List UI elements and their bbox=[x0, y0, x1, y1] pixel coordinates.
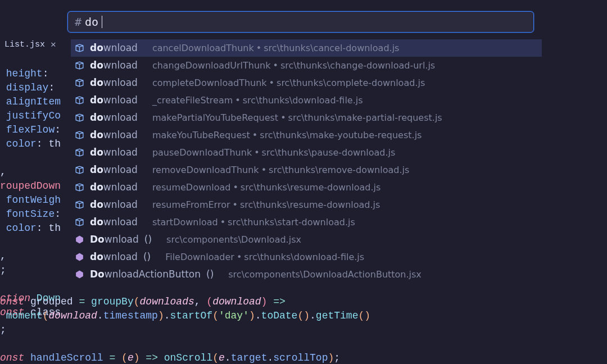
symbol-icon bbox=[74, 61, 84, 70]
class-icon bbox=[74, 252, 84, 262]
suggestion-detail: completeDownloadThunk•src\thunks\complet… bbox=[152, 74, 425, 92]
command-palette-input[interactable]: # do bbox=[67, 11, 534, 33]
suggestion-term: download bbox=[90, 248, 138, 266]
suggestion-item[interactable]: downloadresumeFromError•src\thunks\resum… bbox=[71, 196, 542, 213]
suggestion-detail: pauseDownloadThunk•src\thunks\pause-down… bbox=[152, 144, 395, 161]
symbol-icon bbox=[74, 217, 84, 227]
suggestion-detail: startDownload•src\thunks\start-download.… bbox=[152, 213, 355, 231]
suggestion-item[interactable]: download()FileDownloader•src\thunks\down… bbox=[71, 248, 542, 266]
suggestion-detail: src\components\DownloadActionButton.jsx bbox=[228, 266, 422, 283]
search-value: do bbox=[85, 15, 98, 29]
suggestion-item[interactable]: Download()src\components\Download.jsx bbox=[71, 231, 542, 248]
suggestion-parens: () bbox=[143, 248, 151, 266]
editor-code-lower: onst grouped = groupBy(downloads, (downl… bbox=[0, 295, 370, 364]
suggestion-detail: resumeDownload•src\thunks\resume-downloa… bbox=[152, 179, 380, 196]
editor-tab[interactable]: List.jsx ✕ bbox=[1, 37, 60, 52]
suggestion-term: download bbox=[90, 196, 138, 213]
suggestion-term: download bbox=[90, 213, 138, 231]
suggestion-detail: src\components\Download.jsx bbox=[166, 231, 301, 248]
tab-filename: List.jsx bbox=[4, 40, 45, 49]
suggestion-term: download bbox=[90, 179, 138, 196]
suggestion-detail: removeDownloadThunk•src\thunks\remove-do… bbox=[152, 161, 409, 179]
suggestion-item[interactable]: downloadcancelDownloadThunk•src\thunks\c… bbox=[71, 39, 542, 57]
symbol-icon bbox=[74, 95, 84, 105]
class-icon bbox=[74, 235, 84, 244]
suggestion-item[interactable]: downloadchangeDownloadUrlThunk•src\thunk… bbox=[71, 57, 542, 74]
tab-bar: List.jsx ✕ bbox=[0, 37, 60, 52]
symbol-icon bbox=[74, 165, 84, 175]
suggestion-detail: makePartialYouTubeRequest•src\thunks\mak… bbox=[152, 109, 442, 126]
suggestion-term: download bbox=[90, 109, 138, 126]
symbol-icon bbox=[74, 183, 84, 192]
suggestion-detail: resumeFromError•src\thunks\resume-downlo… bbox=[152, 196, 380, 213]
suggestion-term: DownloadActionButton bbox=[90, 266, 201, 283]
suggestion-term: download bbox=[90, 92, 138, 109]
suggestion-term: download bbox=[90, 57, 138, 74]
suggestion-item[interactable]: download_createFileStream•src\thunks\dow… bbox=[71, 92, 542, 109]
symbol-icon bbox=[74, 130, 84, 140]
suggestion-term: download bbox=[90, 144, 138, 161]
suggestion-detail: FileDownloader•src\thunks\download-file.… bbox=[165, 248, 364, 266]
suggestion-detail: makeYouTubeRequest•src\thunks\make-youtu… bbox=[152, 126, 422, 144]
text-cursor bbox=[102, 16, 102, 28]
suggestion-item[interactable]: downloadresumeDownload•src\thunks\resume… bbox=[71, 179, 542, 196]
suggestion-parens: () bbox=[144, 231, 152, 248]
suggestion-item[interactable]: downloadremoveDownloadThunk•src\thunks\r… bbox=[71, 161, 542, 179]
suggestion-item[interactable]: downloadmakeYouTubeRequest•src\thunks\ma… bbox=[71, 126, 542, 144]
close-icon[interactable]: ✕ bbox=[51, 39, 56, 50]
symbol-icon bbox=[74, 43, 84, 53]
suggestion-item[interactable]: DownloadActionButton()src\components\Dow… bbox=[71, 266, 542, 283]
suggestion-term: download bbox=[90, 39, 138, 57]
suggestion-term: download bbox=[90, 74, 138, 92]
suggestion-parens: () bbox=[206, 266, 214, 283]
symbol-icon bbox=[74, 78, 84, 88]
symbol-icon bbox=[74, 113, 84, 122]
suggestion-detail: cancelDownloadThunk•src\thunks\cancel-do… bbox=[152, 39, 400, 57]
editor-code: height: display: alignItem justifyCo fle… bbox=[0, 53, 61, 320]
suggestion-term: download bbox=[90, 161, 138, 179]
suggestion-detail: changeDownloadUrlThunk•src\thunks\change… bbox=[152, 57, 435, 74]
symbol-icon bbox=[74, 200, 84, 210]
class-icon bbox=[74, 270, 84, 279]
suggestion-item[interactable]: downloadcompleteDownloadThunk•src\thunks… bbox=[71, 74, 542, 92]
suggestion-item[interactable]: downloadmakePartialYouTubeRequest•src\th… bbox=[71, 109, 542, 126]
suggestion-dropdown: downloadcancelDownloadThunk•src\thunks\c… bbox=[71, 39, 542, 283]
suggestion-detail: _createFileStream•src\thunks\download-fi… bbox=[152, 92, 363, 109]
symbol-icon bbox=[74, 148, 84, 157]
suggestion-item[interactable]: downloadstartDownload•src\thunks\start-d… bbox=[71, 213, 542, 231]
suggestion-term: Download bbox=[90, 231, 139, 248]
search-prefix: # bbox=[75, 15, 81, 29]
suggestion-term: download bbox=[90, 126, 138, 144]
suggestion-item[interactable]: downloadpauseDownloadThunk•src\thunks\pa… bbox=[71, 144, 542, 161]
